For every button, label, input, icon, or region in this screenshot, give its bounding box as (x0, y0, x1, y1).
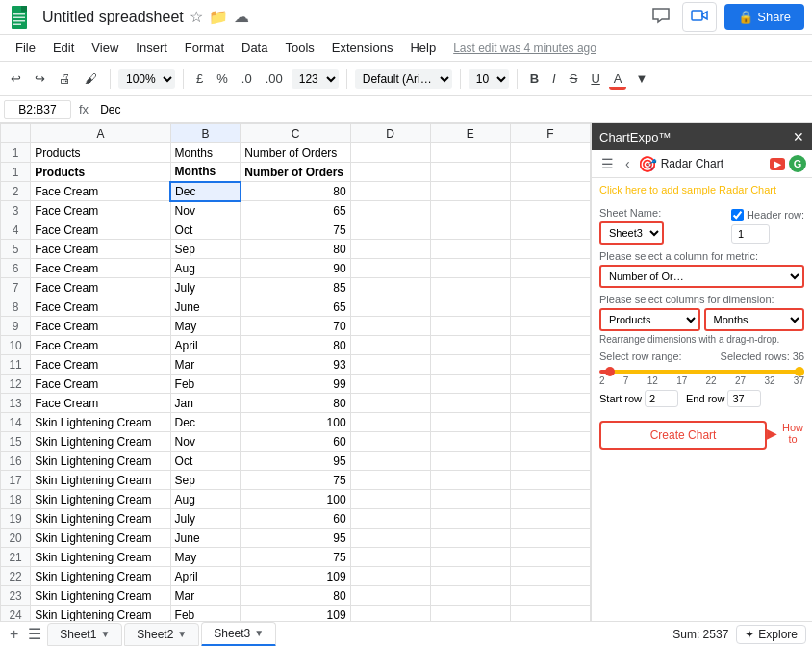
cell-b[interactable]: Sep (170, 240, 241, 259)
row-number[interactable]: 5 (1, 240, 31, 259)
row-number[interactable]: 10 (1, 336, 31, 355)
zoom-select[interactable]: 100% (118, 69, 175, 89)
cell-c[interactable]: 65 (241, 201, 350, 220)
cell-e[interactable] (430, 432, 510, 452)
cell-b[interactable]: July (170, 278, 241, 297)
cell-a[interactable]: Skin Lightening Cream (31, 586, 170, 606)
cell-e[interactable] (430, 259, 510, 278)
cell-f[interactable] (510, 355, 590, 375)
end-row-input[interactable] (727, 390, 761, 407)
dim1-select[interactable]: Products (599, 308, 700, 331)
spreadsheet-title[interactable]: Untitled spreadsheet (42, 9, 184, 26)
paint-format-button[interactable]: 🖌 (80, 68, 102, 89)
cell-c[interactable]: 80 (241, 394, 350, 413)
cell-d[interactable] (350, 452, 430, 471)
cell-e[interactable] (430, 163, 510, 182)
move-icon[interactable]: 📁 (209, 8, 228, 26)
cell-a[interactable]: Skin Lightening Cream (31, 606, 170, 622)
menu-help[interactable]: Help (402, 38, 444, 58)
cell-e[interactable] (430, 529, 510, 548)
cell-c[interactable]: 80 (241, 586, 350, 606)
cell-a[interactable]: Skin Lightening Cream (31, 432, 170, 452)
row-number[interactable]: 3 (1, 201, 31, 220)
cell-f[interactable] (510, 375, 590, 394)
range-track[interactable] (599, 370, 804, 374)
cell-a[interactable]: Face Cream (31, 220, 170, 240)
row-number[interactable]: 6 (1, 259, 31, 278)
italic-button[interactable]: I (547, 68, 561, 89)
cell-b[interactable]: Nov (170, 201, 241, 220)
underline-button[interactable]: U (586, 68, 604, 89)
cell-d[interactable] (350, 297, 430, 317)
cell-a[interactable]: Skin Lightening Cream (31, 509, 170, 529)
cell-c[interactable]: 80 (241, 182, 350, 201)
menu-file[interactable]: File (8, 38, 43, 58)
start-row-input[interactable] (645, 390, 678, 407)
cell-f[interactable] (510, 201, 590, 220)
cell-e[interactable] (430, 548, 510, 567)
cell-d[interactable] (350, 163, 430, 182)
cell-f[interactable] (510, 336, 590, 355)
row-number[interactable]: 18 (1, 490, 31, 509)
decimal-dec-button[interactable]: .0 (237, 68, 257, 89)
cell-c[interactable]: 93 (241, 355, 350, 375)
dim2-select[interactable]: Months (704, 308, 805, 331)
cell-c[interactable]: 95 (241, 529, 350, 548)
sheet-scroll[interactable]: A B C D E F 1 Products Months Number of … (0, 123, 591, 621)
menu-insert[interactable]: Insert (128, 38, 175, 58)
cell-b[interactable]: June (170, 297, 241, 317)
cell-e[interactable] (430, 471, 510, 490)
col-header-a[interactable]: A (31, 124, 170, 143)
percent-button[interactable]: % (212, 68, 233, 89)
cell-f[interactable] (510, 529, 590, 548)
font-select[interactable]: Default (Ari… (355, 69, 452, 89)
row-number[interactable]: 23 (1, 586, 31, 606)
formula-input[interactable] (96, 101, 808, 118)
range-end-handle[interactable] (795, 367, 804, 376)
row-number[interactable]: 14 (1, 413, 31, 432)
cell-e[interactable] (430, 201, 510, 220)
cell-f[interactable] (510, 394, 590, 413)
share-button[interactable]: 🔒 Share (724, 4, 804, 30)
cell-a[interactable]: Face Cream (31, 278, 170, 297)
row-number[interactable]: 15 (1, 432, 31, 452)
cell-reference-input[interactable] (4, 100, 71, 119)
panel-nav-menu-button[interactable]: ☰ (597, 154, 618, 173)
currency-button[interactable]: £ (191, 68, 208, 89)
cell-f[interactable] (510, 297, 590, 317)
cell-e[interactable] (430, 606, 510, 622)
cell-b[interactable]: April (170, 567, 241, 586)
row-number[interactable]: 24 (1, 606, 31, 622)
cell-d[interactable] (350, 529, 430, 548)
cell-a[interactable]: Face Cream (31, 201, 170, 220)
row-number[interactable]: 1 (1, 163, 31, 182)
cell-c1[interactable]: Number of Orders (241, 143, 350, 163)
cell-f[interactable] (510, 240, 590, 259)
cell-c[interactable]: 65 (241, 297, 350, 317)
cell-a[interactable]: Face Cream (31, 182, 170, 201)
cell-d[interactable] (350, 182, 430, 201)
font-size-select[interactable]: 10 (469, 69, 509, 89)
cell-f1[interactable] (510, 143, 590, 163)
cell-c[interactable]: 75 (241, 220, 350, 240)
cell-e[interactable] (430, 317, 510, 336)
cell-c[interactable]: 100 (241, 490, 350, 509)
cell-e[interactable] (430, 297, 510, 317)
col-header-f[interactable]: F (510, 124, 590, 143)
cell-f[interactable] (510, 490, 590, 509)
cell-a[interactable]: Face Cream (31, 259, 170, 278)
cell-d[interactable] (350, 355, 430, 375)
cell-e[interactable] (430, 586, 510, 606)
cell-f[interactable] (510, 182, 590, 201)
sheet-list-button[interactable]: ☰ (24, 623, 45, 645)
cell-e[interactable] (430, 220, 510, 240)
header-checkbox[interactable] (731, 209, 744, 221)
bold-button[interactable]: B (525, 68, 544, 89)
cell-e[interactable] (430, 490, 510, 509)
row-number[interactable]: 11 (1, 355, 31, 375)
cell-d[interactable] (350, 432, 430, 452)
panel-close-button[interactable]: ✕ (793, 129, 804, 144)
cell-c[interactable]: 95 (241, 452, 350, 471)
cell-a[interactable]: Face Cream (31, 297, 170, 317)
cell-e1[interactable] (430, 143, 510, 163)
